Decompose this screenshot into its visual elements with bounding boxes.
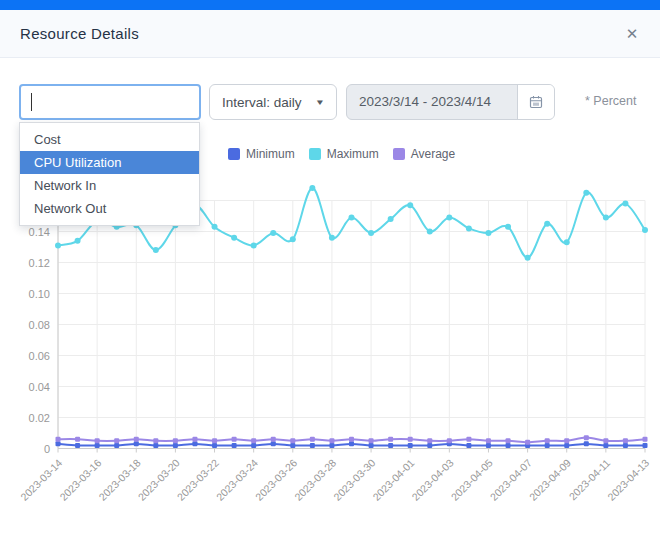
svg-text:2023-04-09: 2023-04-09: [527, 456, 574, 503]
legend-item-minimum[interactable]: Minimum: [228, 147, 295, 161]
average-swatch-icon: [393, 148, 405, 160]
maximum-swatch-icon: [309, 148, 321, 160]
svg-text:0.08: 0.08: [29, 319, 50, 331]
date-range-picker[interactable]: 2023/3/14 - 2023/4/14: [346, 84, 555, 120]
interval-select[interactable]: Interval: daily ▼: [209, 84, 337, 120]
resource-details-modal: Resource Details ✕ Cost CPU Utilization …: [0, 0, 660, 535]
metric-option-network-in[interactable]: Network In: [20, 174, 199, 197]
modal-header: Resource Details ✕: [0, 10, 660, 58]
calendar-icon[interactable]: [517, 85, 554, 119]
metric-option-cost[interactable]: Cost: [20, 128, 199, 151]
page-header-strip: [0, 0, 660, 10]
chevron-down-icon: ▼: [315, 98, 325, 107]
metric-option-cpu-utilization[interactable]: CPU Utilization: [20, 151, 199, 174]
date-range-value: 2023/3/14 - 2023/4/14: [347, 85, 517, 119]
close-icon[interactable]: ✕: [622, 24, 642, 44]
chart-legend: Minimum Maximum Average: [228, 147, 455, 161]
minimum-swatch-icon: [228, 148, 240, 160]
metric-option-network-out[interactable]: Network Out: [20, 197, 199, 220]
interval-select-value: Interval: daily: [222, 95, 302, 110]
text-caret: [31, 93, 32, 111]
metric-dropdown-menu: Cost CPU Utilization Network In Network …: [19, 122, 200, 226]
svg-text:0: 0: [44, 443, 50, 455]
svg-text:2023-04-13: 2023-04-13: [605, 456, 652, 503]
svg-text:0.06: 0.06: [29, 350, 50, 362]
legend-item-average[interactable]: Average: [393, 147, 455, 161]
legend-item-maximum[interactable]: Maximum: [309, 147, 379, 161]
svg-text:0.10: 0.10: [29, 288, 50, 300]
svg-text:0.12: 0.12: [29, 257, 50, 269]
svg-text:0.14: 0.14: [29, 226, 50, 238]
svg-text:0.04: 0.04: [29, 381, 50, 393]
modal-title: Resource Details: [20, 25, 139, 42]
svg-text:0.02: 0.02: [29, 412, 50, 424]
unit-note: * Percent: [585, 94, 636, 108]
metric-combobox-input[interactable]: [19, 84, 201, 120]
